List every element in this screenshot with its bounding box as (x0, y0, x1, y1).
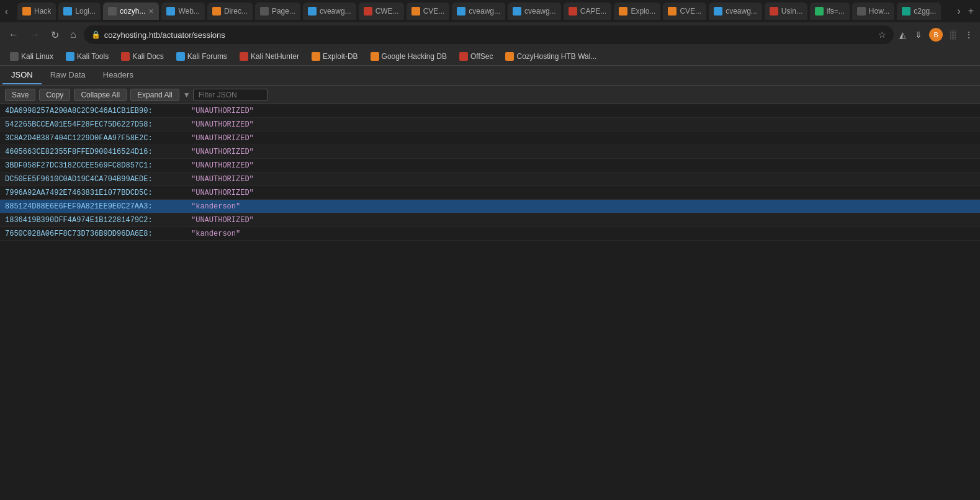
table-row[interactable]: 4605663CE82355F8FFED900416524D16:"UNAUTH… (0, 145, 980, 159)
nav-icons: ◭ ⇓ B ░ ⋮ (897, 28, 975, 42)
bookmark-label-1: Kali Tools (77, 52, 109, 61)
tab-usin[interactable]: Usin... (765, 2, 807, 20)
table-row[interactable]: 3BDF058F27DC3182CCEE569FC8D857C1:"UNAUTH… (0, 159, 980, 172)
json-key: 1836419B390DFF4A974E1B12281479C2: (5, 216, 191, 225)
table-row[interactable]: 7650C028A06FF8C73D736B9DD96DA6E8:"kander… (0, 227, 980, 241)
menu-icon[interactable]: ⋮ (963, 28, 975, 42)
tab-ifs[interactable]: ifs=... (810, 2, 850, 20)
tab-cveawg3[interactable]: cveawg... (508, 2, 561, 20)
url-input[interactable] (104, 30, 874, 40)
bookmark-star-icon[interactable]: ☆ (878, 30, 886, 40)
tab-label-cve1: CVE... (423, 7, 445, 16)
address-bar: 🔒 ☆ (84, 25, 894, 44)
viewer-tab-headers[interactable]: Headers (94, 66, 142, 84)
tab-favicon-c2gg (902, 7, 910, 16)
tab-github[interactable]: Page... (255, 2, 300, 20)
bookmark-label-2: Kali Docs (132, 52, 164, 61)
content-area: JSONRaw DataHeaders Save Copy Collapse A… (0, 66, 980, 500)
table-row[interactable]: 3C8A2D4B387404C1229D0FAA97F58E2C:"UNAUTH… (0, 132, 980, 145)
table-row[interactable]: DC50EE5F9610C0AD19C4CA704B99AEDE:"UNAUTH… (0, 172, 980, 186)
collapse-all-button[interactable]: Collapse All (74, 89, 127, 101)
back-button[interactable]: ← (5, 27, 22, 43)
bookmark-item-8[interactable]: CozyHosting HTB Wal... (500, 51, 601, 62)
bookmark-label-3: Kali Forums (187, 52, 227, 61)
bookmark-favicon-0 (10, 52, 19, 61)
viewer-tab-raw-data[interactable]: Raw Data (42, 66, 94, 84)
json-key: 4605663CE82355F8FFED900416524D16: (5, 148, 191, 156)
tab-prev-button[interactable]: ‹ (2, 5, 11, 17)
bookmark-item-7[interactable]: OffSec (454, 51, 498, 62)
download-icon[interactable]: ⇓ (913, 28, 924, 42)
copy-button[interactable]: Copy (39, 89, 70, 101)
bookmark-favicon-4 (240, 52, 248, 61)
browser-chrome: ‹ HackLogi...cozyh...✕Web...Direc...Page… (0, 0, 980, 66)
filter-icon: ▼ (183, 91, 191, 99)
bookmark-item-1[interactable]: Kali Tools (61, 51, 114, 62)
bookmark-item-5[interactable]: Exploit-DB (307, 51, 363, 62)
bookmark-item-0[interactable]: Kali Linux (5, 51, 58, 62)
table-row[interactable]: 7996A92AA7492E7463831E1077BDCD5C:"UNAUTH… (0, 186, 980, 200)
bookmark-favicon-5 (312, 52, 320, 61)
json-key: 885124D88E6E6FEF9A821EE9E0C27AA3: (5, 202, 191, 211)
bookmark-favicon-3 (176, 52, 185, 61)
tab-favicon-cveawg1 (308, 7, 317, 16)
tab-cozyhb[interactable]: cozyh...✕ (103, 2, 159, 20)
tab-cveawg4[interactable]: cveawg... (709, 2, 762, 20)
tab-favicon-web (166, 7, 175, 16)
tab-hack[interactable]: Hack (17, 2, 56, 20)
tab-label-direc: Direc... (224, 7, 248, 16)
tab-favicon-cveawg3 (513, 7, 521, 16)
filter-wrap: ▼ (183, 89, 267, 101)
json-value: "UNAUTHORIZED" (191, 189, 254, 197)
tab-cveawg2[interactable]: cveawg... (452, 2, 505, 20)
reload-button[interactable]: ↻ (47, 27, 63, 43)
tab-close-cozyhb[interactable]: ✕ (148, 7, 154, 16)
tab-explo[interactable]: Explo... (614, 2, 660, 20)
tab-direc[interactable]: Direc... (207, 2, 253, 20)
bookmark-item-4[interactable]: Kali NetHunter (235, 51, 304, 62)
json-value: "UNAUTHORIZED" (191, 216, 254, 225)
viewer-tab-json[interactable]: JSON (2, 66, 42, 84)
tab-c2gg[interactable]: c2gg... (897, 2, 941, 20)
tab-cwe[interactable]: CWE... (359, 2, 404, 20)
table-row[interactable]: 1836419B390DFF4A974E1B12281479C2:"UNAUTH… (0, 213, 980, 227)
tab-cape[interactable]: CAPE... (564, 2, 612, 20)
table-row[interactable]: 542265BCCEA01E54F28FEC75D6227D58:"UNAUTH… (0, 118, 980, 132)
json-data: 4DA6998257A200A8C2C9C46A1CB1EB90:"UNAUTH… (0, 104, 980, 241)
forward-button[interactable]: → (26, 27, 43, 43)
bookmark-item-6[interactable]: Google Hacking DB (366, 51, 452, 62)
tab-how[interactable]: How... (852, 2, 894, 20)
tab-cveawg1[interactable]: cveawg... (303, 2, 356, 20)
action-bar: Save Copy Collapse All Expand All ▼ (0, 86, 980, 104)
tab-favicon-direc (212, 7, 221, 16)
tab-cve2[interactable]: CVE... (663, 2, 706, 20)
tab-logi[interactable]: Logi... (58, 2, 101, 20)
filter-input[interactable] (193, 89, 267, 101)
save-button[interactable]: Save (5, 89, 35, 101)
home-button[interactable]: ⌂ (66, 27, 80, 43)
tab-favicon-cveawg4 (714, 7, 722, 16)
bookmark-item-3[interactable]: Kali Forums (171, 51, 232, 62)
tab-web[interactable]: Web... (161, 2, 204, 20)
shield-icon[interactable]: ◭ (897, 28, 908, 42)
tab-favicon-explo (619, 7, 627, 16)
bookmark-label-8: CozyHosting HTB Wal... (516, 52, 596, 61)
bookmark-label-6: Google Hacking DB (382, 52, 447, 61)
tab-label-explo: Explo... (631, 7, 655, 16)
extension-icon[interactable]: ░ (948, 28, 958, 42)
new-tab-button[interactable]: + (964, 4, 978, 18)
bookmark-item-2[interactable]: Kali Docs (116, 51, 169, 62)
expand-all-button[interactable]: Expand All (130, 89, 179, 101)
tab-favicon-cape (569, 7, 577, 16)
json-value: "kanderson" (191, 202, 240, 211)
tab-label-web: Web... (178, 7, 199, 16)
table-row[interactable]: 4DA6998257A200A8C2C9C46A1CB1EB90:"UNAUTH… (0, 104, 980, 118)
tab-cve1[interactable]: CVE... (407, 2, 450, 20)
tab-bar: ‹ HackLogi...cozyh...✕Web...Direc...Page… (0, 0, 980, 22)
json-key: 4DA6998257A200A8C2C9C46A1CB1EB90: (5, 107, 191, 115)
tab-overflow-button[interactable]: › (953, 4, 964, 18)
tab-favicon-usin (770, 7, 778, 16)
tab-label-how: How... (869, 7, 889, 16)
table-row[interactable]: 885124D88E6E6FEF9A821EE9E0C27AA3:"kander… (0, 200, 980, 213)
profile-icon[interactable]: B (929, 28, 943, 42)
